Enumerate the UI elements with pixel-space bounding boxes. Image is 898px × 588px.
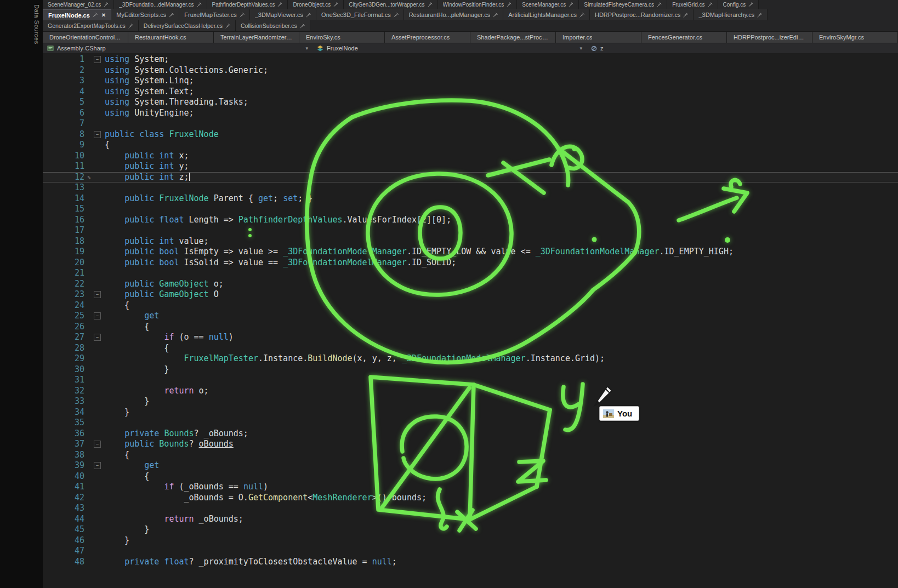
- code-line[interactable]: 22 public GameObject o;: [43, 279, 898, 290]
- fold-marker[interactable]: −: [94, 441, 101, 448]
- code-line[interactable]: 36 private Bounds? _oBounds;: [43, 429, 898, 439]
- tab-fencesgenerator-cs[interactable]: FencesGenerator.cs: [641, 32, 727, 43]
- tab-hdrppostproc-randomizer-cs[interactable]: HDRPPostproc...Randomizer.cs: [590, 9, 694, 20]
- code-line[interactable]: 31: [43, 375, 898, 386]
- tab-windowpositionfinder-cs[interactable]: WindowPositionFinder.cs: [438, 0, 518, 9]
- code-line[interactable]: 30 }: [43, 364, 898, 375]
- code-line[interactable]: 16 public float Length => PathfinderDept…: [43, 215, 898, 226]
- code-line[interactable]: 37− public Bounds? oBounds: [43, 439, 898, 450]
- pin-icon[interactable]: [708, 2, 713, 7]
- code-line[interactable]: 41 if (_oBounds == null): [43, 482, 898, 493]
- fold-marker[interactable]: −: [94, 312, 101, 319]
- code-line[interactable]: 39− get: [43, 460, 898, 471]
- tab-assetpreprocessor-cs[interactable]: AssetPreprocessor.cs: [385, 32, 470, 43]
- code-line[interactable]: 5using System.Threading.Tasks;: [43, 97, 898, 108]
- pin-icon[interactable]: [657, 2, 662, 7]
- code-line[interactable]: 34 }: [43, 407, 898, 418]
- tab-restaurantho-plemanager-cs[interactable]: RestaurantHo...pleManager.cs: [404, 9, 504, 20]
- code-line[interactable]: 4using System.Text;: [43, 87, 898, 98]
- pin-icon[interactable]: [240, 13, 245, 18]
- code-line[interactable]: 11 public int y;: [43, 161, 898, 172]
- code-line[interactable]: 32 return o;: [43, 386, 898, 397]
- pin-icon[interactable]: [277, 2, 282, 7]
- code-line[interactable]: 6using UnityEngine;: [43, 108, 898, 119]
- tab-pathfinderdepthvalues-cs[interactable]: PathfinderDepthValues.cs: [207, 0, 288, 9]
- code-line[interactable]: 7: [43, 118, 898, 129]
- code-line[interactable]: 29 FruxelMapTester.Instance.BuildNode(x,…: [43, 353, 898, 364]
- tab-myeditorscripts-cs[interactable]: MyEditorScripts.cs: [111, 9, 179, 20]
- tab-simulatedfisheyecamera-cs[interactable]: SimulatedFisheyeCamera.cs: [579, 0, 667, 9]
- code-editor[interactable]: 1−using System;2using System.Collections…: [43, 53, 898, 588]
- code-line[interactable]: 28 {: [43, 343, 898, 354]
- tab-artificiallightsmanager-cs[interactable]: ArtificialLightsManager.cs: [503, 9, 590, 20]
- code-line[interactable]: 44 return _oBounds;: [43, 514, 898, 525]
- pin-icon[interactable]: [569, 2, 573, 7]
- code-line[interactable]: 3using System.Linq;: [43, 76, 898, 87]
- code-line[interactable]: 20 public bool IsSolid => value == _3DFo…: [43, 258, 898, 269]
- code-line[interactable]: 43: [43, 503, 898, 514]
- fold-marker[interactable]: −: [94, 291, 101, 298]
- tab-fruxelgrid-cs[interactable]: FruxelGrid.cs: [667, 0, 718, 9]
- code-line[interactable]: 13: [43, 182, 898, 193]
- pin-icon[interactable]: [333, 2, 338, 7]
- tab-citygen3dgen-torwrapper-cs[interactable]: CityGen3DGen...torWrapper.cs: [344, 0, 437, 9]
- close-icon[interactable]: ✕: [100, 12, 106, 18]
- pin-icon[interactable]: [579, 13, 584, 18]
- tab-3dmaphierarchy-cs[interactable]: _3DMapHierarchy.cs: [694, 9, 768, 20]
- code-line[interactable]: 33 }: [43, 396, 898, 407]
- code-line[interactable]: 14 public FruxelNode Parent { get; set; …: [43, 193, 898, 204]
- tab-hdrppostproc-izereditor-cs[interactable]: HDRPPostproc...izerEditor.cs: [727, 32, 812, 43]
- code-line[interactable]: 48 private float? _proximityToClosestObs…: [43, 557, 898, 568]
- code-line[interactable]: 27− if (o == null): [43, 332, 898, 343]
- tab-onesec3d-fileformat-cs[interactable]: OneSec3D_FileFormat.cs: [316, 9, 404, 20]
- code-line[interactable]: 21: [43, 268, 898, 279]
- tab-terrainlayerrandomizer-cs[interactable]: TerrainLayerRandomizer.cs: [214, 32, 299, 43]
- code-line[interactable]: 24 {: [43, 300, 898, 311]
- tab-droneobject-cs[interactable]: DroneObject.cs: [288, 0, 344, 9]
- fold-marker[interactable]: −: [94, 131, 101, 138]
- fold-marker[interactable]: −: [94, 334, 101, 341]
- pin-icon[interactable]: [104, 2, 109, 7]
- pin-icon[interactable]: [757, 13, 762, 18]
- data-sources-tab[interactable]: Data Sources: [33, 4, 40, 44]
- pin-icon[interactable]: [507, 2, 511, 7]
- code-line[interactable]: 9{: [43, 140, 898, 151]
- pin-icon[interactable]: [683, 13, 688, 18]
- tab-collisionsubscriber-cs[interactable]: CollisionSubscriber.cs: [236, 20, 310, 31]
- code-line[interactable]: 42 _oBounds = O.GetComponent<MeshRendere…: [43, 493, 898, 504]
- pin-icon[interactable]: [300, 24, 305, 28]
- code-line[interactable]: 18 public int value;: [43, 236, 898, 247]
- code-line[interactable]: 17: [43, 225, 898, 236]
- fold-marker[interactable]: −: [94, 56, 101, 63]
- pin-icon[interactable]: [197, 2, 202, 7]
- pin-icon[interactable]: [428, 2, 433, 7]
- type-dropdown[interactable]: FruxelNode ▾: [312, 43, 587, 53]
- pin-icon[interactable]: [128, 24, 133, 28]
- code-line[interactable]: 45 }: [43, 524, 898, 535]
- code-line[interactable]: 10 public int x;: [43, 151, 898, 162]
- code-line[interactable]: 26 {: [43, 322, 898, 333]
- code-line[interactable]: 38 {: [43, 450, 898, 461]
- member-dropdown[interactable]: z: [587, 43, 608, 53]
- project-dropdown[interactable]: Assembly-CSharp ▾: [43, 43, 312, 53]
- tab-deliverysurfaceclasshelper-cs[interactable]: DeliverySurfaceClassHelper.cs: [139, 20, 236, 31]
- code-line[interactable]: 12✎ public int z;: [43, 172, 898, 183]
- tab-fruxelnode-cs[interactable]: FruxelNode.cs✕: [43, 9, 111, 20]
- tab-envirosky-cs[interactable]: EnviroSky.cs: [299, 32, 385, 43]
- tab-config-cs[interactable]: Config.cs: [718, 0, 759, 9]
- tab-generator2exportmaptools-cs[interactable]: Generator2ExportMapTools.cs: [43, 20, 139, 31]
- pin-icon[interactable]: [225, 24, 230, 28]
- chevron-down-icon[interactable]: ▾: [579, 45, 582, 51]
- code-line[interactable]: 46 }: [43, 535, 898, 546]
- chevron-down-icon[interactable]: ▾: [305, 45, 308, 51]
- pin-icon[interactable]: [93, 13, 98, 18]
- code-line[interactable]: 23− public GameObject O: [43, 289, 898, 300]
- code-line[interactable]: 35: [43, 418, 898, 429]
- tab-importer-cs[interactable]: Importer.cs: [556, 32, 641, 43]
- tab-shaderpackage-stprocessor-cs[interactable]: ShaderPackage...stProcessor.cs: [470, 32, 556, 43]
- code-line[interactable]: 47: [43, 546, 898, 557]
- tab-restauranthook-cs[interactable]: RestaurantHook.cs: [128, 32, 214, 43]
- tab-droneorientationcontroller-cs[interactable]: DroneOrientationController.cs: [43, 32, 128, 43]
- code-line[interactable]: 25− get: [43, 311, 898, 322]
- code-line[interactable]: 15: [43, 204, 898, 215]
